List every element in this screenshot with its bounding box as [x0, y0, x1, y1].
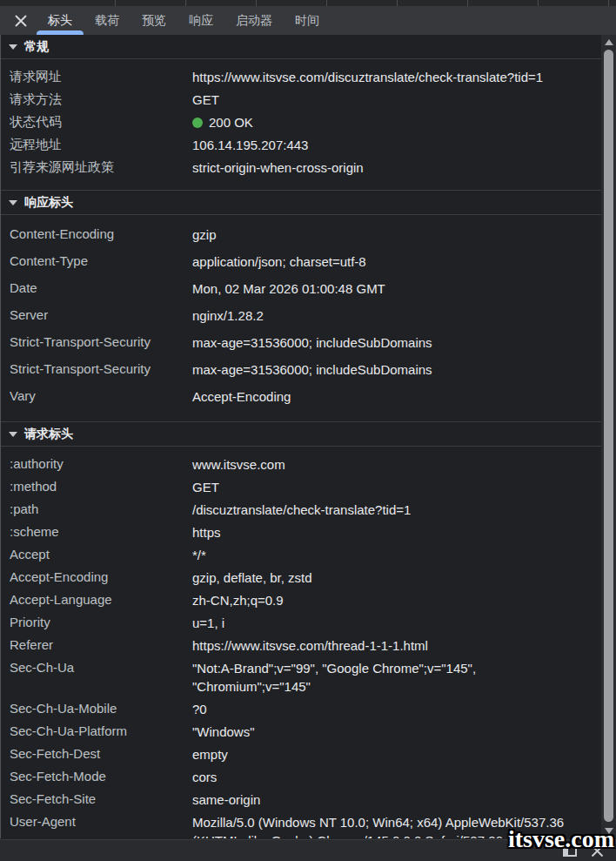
- requests-table-edge: [0, 0, 616, 6]
- header-row: 请求网址https://www.itsvse.com/discuztransla…: [1, 65, 601, 88]
- triangle-down-icon: [9, 432, 17, 437]
- scroll-down-icon[interactable]: [601, 824, 616, 837]
- close-icon-glyph: [15, 15, 27, 27]
- header-value: GET: [192, 478, 566, 496]
- header-value: u=1, i: [192, 614, 566, 632]
- header-name: 请求网址: [1, 68, 192, 86]
- header-name: Server: [1, 306, 192, 325]
- header-row: Accept-Languagezh-CN,zh;q=0.9: [1, 589, 601, 611]
- header-value: Mon, 02 Mar 2026 01:00:48 GMT: [192, 279, 566, 298]
- bottom-bar: [0, 839, 616, 861]
- header-value: /discuztranslate/check-translate?tid=1: [192, 501, 566, 519]
- header-name: Sec-Ch-Ua: [1, 659, 192, 696]
- header-row: Content-Typeapplication/json; charset=ut…: [1, 248, 601, 275]
- triangle-down-icon: [9, 200, 17, 205]
- header-name: Sec-Ch-Ua-Mobile: [1, 700, 192, 718]
- header-row: Accept-Encodinggzip, deflate, br, zstd: [1, 566, 601, 589]
- header-row: Sec-Fetch-Modecors: [1, 765, 601, 788]
- header-row: Sec-Ch-Ua"Not:A-Brand";v="99", "Google C…: [1, 656, 601, 697]
- section-title: 响应标头: [24, 195, 73, 211]
- section-header-response-headers[interactable]: 响应标头: [1, 190, 601, 215]
- header-value: application/json; charset=utf-8: [192, 252, 566, 271]
- scroll-up-icon[interactable]: [601, 36, 616, 49]
- header-name: Accept-Encoding: [1, 568, 192, 587]
- header-name: 状态代码: [1, 113, 192, 131]
- header-value: 106.14.195.207:443: [192, 136, 566, 154]
- header-row: :authoritywww.itsvse.com: [1, 453, 601, 475]
- header-row: :methodGET: [1, 475, 601, 498]
- header-value: strict-origin-when-cross-origin: [192, 158, 566, 177]
- dock-side-fill: [565, 846, 568, 855]
- header-name: :scheme: [1, 523, 192, 541]
- header-name: Content-Type: [1, 252, 192, 271]
- header-row: :schemehttps: [1, 521, 601, 543]
- tab-6[interactable]: 时间: [295, 6, 319, 35]
- section-header-general[interactable]: 常规: [1, 35, 601, 59]
- header-name: Accept-Language: [1, 591, 192, 609]
- header-name: User-Agent: [1, 813, 192, 839]
- section-rows: Content-EncodinggzipContent-Typeapplicat…: [1, 215, 601, 421]
- header-name: Referer: [1, 636, 192, 655]
- dock-side-icon[interactable]: [563, 844, 577, 857]
- header-value: "Not:A-Brand";v="99", "Google Chrome";v=…: [192, 659, 566, 696]
- tab-4[interactable]: 响应: [189, 6, 213, 35]
- header-value: cors: [192, 768, 566, 786]
- header-name: :method: [1, 478, 192, 496]
- header-value: Accept-Encoding: [192, 387, 566, 406]
- header-name: 引荐来源网址政策: [1, 158, 192, 177]
- header-name: Sec-Ch-Ua-Platform: [1, 723, 192, 741]
- section-rows: :authoritywww.itsvse.com:methodGET:path/…: [1, 447, 601, 838]
- header-name: Content-Encoding: [1, 225, 192, 244]
- section-general: 常规请求网址https://www.itsvse.com/discuztrans…: [1, 35, 601, 190]
- header-row: Servernginx/1.28.2: [1, 302, 601, 329]
- header-value: gzip: [192, 225, 566, 244]
- scrollbar-thumb[interactable]: [604, 50, 613, 822]
- header-value: 200 OK: [192, 113, 566, 131]
- header-name: Vary: [1, 387, 192, 406]
- header-value: www.itsvse.com: [192, 455, 566, 474]
- close-icon[interactable]: [5, 6, 37, 35]
- header-value: zh-CN,zh;q=0.9: [192, 591, 566, 609]
- headers-panel: 常规请求网址https://www.itsvse.com/discuztrans…: [0, 35, 601, 838]
- header-row: 请求方法GET: [1, 88, 601, 111]
- header-row: Priorityu=1, i: [1, 611, 601, 634]
- header-name: Accept: [1, 546, 192, 564]
- header-value: */*: [192, 546, 566, 564]
- header-row: VaryAccept-Encoding: [1, 383, 601, 410]
- header-name: Priority: [1, 614, 192, 632]
- close-icon[interactable]: [591, 844, 604, 858]
- header-row: Sec-Ch-Ua-Mobile?0: [1, 697, 601, 720]
- section-response-headers: 响应标头Content-EncodinggzipContent-Typeappl…: [1, 190, 601, 421]
- header-value: empty: [192, 745, 566, 763]
- header-value: max-age=31536000; includeSubDomains: [192, 333, 566, 352]
- header-value: Mozilla/5.0 (Windows NT 10.0; Win64; x64…: [192, 813, 566, 839]
- section-header-request-headers[interactable]: 请求标头: [1, 421, 601, 447]
- header-value: https://www.itsvse.com/discuztranslate/c…: [192, 68, 566, 86]
- header-value: "Windows": [192, 723, 566, 741]
- header-row: 状态代码200 OK: [1, 111, 601, 133]
- tab-list: 标头载荷预览响应启动器时间: [37, 6, 331, 35]
- header-row: Refererhttps://www.itsvse.com/thread-1-1…: [1, 634, 601, 656]
- drawer-tabbar: 标头载荷预览响应启动器时间: [0, 6, 616, 35]
- tab-3[interactable]: 预览: [142, 6, 166, 35]
- vertical-scrollbar[interactable]: [601, 35, 616, 838]
- header-name: 远程地址: [1, 136, 192, 154]
- tab-1[interactable]: 标头: [48, 6, 72, 35]
- header-row: 引荐来源网址政策strict-origin-when-cross-origin: [1, 156, 601, 178]
- scroll-down-glyph: [605, 828, 613, 834]
- header-row: Accept*/*: [1, 543, 601, 566]
- header-name: Sec-Fetch-Site: [1, 790, 192, 809]
- header-value: nginx/1.28.2: [192, 306, 566, 325]
- tab-5[interactable]: 启动器: [236, 6, 272, 35]
- header-row: Sec-Fetch-Sitesame-origin: [1, 788, 601, 811]
- tab-2[interactable]: 载荷: [95, 6, 119, 35]
- header-row: Sec-Ch-Ua-Platform"Windows": [1, 720, 601, 743]
- header-row: :path/discuztranslate/check-translate?ti…: [1, 498, 601, 521]
- header-row: 远程地址106.14.195.207:443: [1, 133, 601, 156]
- header-value: https://www.itsvse.com/thread-1-1-1.html: [192, 636, 566, 655]
- section-title: 常规: [24, 39, 49, 55]
- header-name: Sec-Fetch-Mode: [1, 768, 192, 786]
- header-row: Content-Encodinggzip: [1, 221, 601, 248]
- header-row: User-AgentMozilla/5.0 (Windows NT 10.0; …: [1, 811, 601, 838]
- header-name: Strict-Transport-Security: [1, 360, 192, 379]
